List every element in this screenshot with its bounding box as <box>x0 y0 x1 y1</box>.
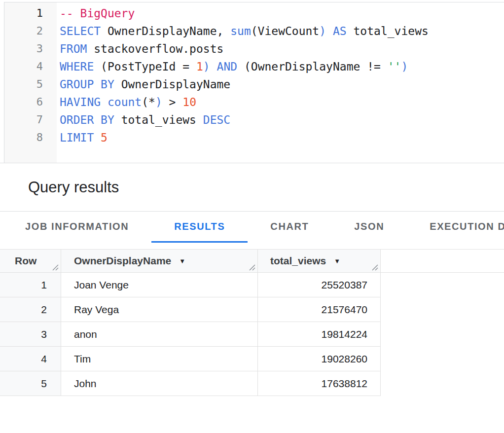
column-header-filler <box>381 250 504 273</box>
code-token-kw: SELECT <box>60 25 101 37</box>
line-number: 4 <box>4 58 57 75</box>
owner-display-name-cell: Ray Vega <box>61 297 258 322</box>
total-views-cell: 25520387 <box>258 273 381 297</box>
code-line[interactable]: GROUP BY OwnerDisplayName <box>60 75 429 93</box>
column-menu-icon[interactable]: ▼ <box>179 257 185 265</box>
column-header-total_views: total_views▼ <box>258 250 381 273</box>
line-number-gutter: 12345678 <box>4 2 57 163</box>
line-number: 5 <box>4 75 57 93</box>
code-token-kw: HAVING <box>60 96 101 108</box>
code-token-str: '' <box>388 60 401 73</box>
row-number-cell: 1 <box>0 273 61 297</box>
total-views-cell: 19814224 <box>258 322 381 347</box>
code-area[interactable]: -- BigQuerySELECT OwnerDisplayName, sum(… <box>57 2 429 163</box>
line-number: 7 <box>4 111 57 129</box>
column-header-label: Row <box>15 255 36 267</box>
code-token-num: 10 <box>182 96 196 108</box>
code-token-plain: > <box>162 96 183 108</box>
column-header-row: Row <box>0 250 61 273</box>
code-token-num: 1 <box>196 60 203 73</box>
code-token-comment: -- BigQuery <box>60 7 135 20</box>
code-token-num: 5 <box>101 131 108 144</box>
line-number: 1 <box>4 4 57 22</box>
query-results-title: Query results <box>28 179 119 196</box>
code-token-plain: (OwnerDisplayName != <box>237 60 388 73</box>
code-token-kw: ) <box>203 60 210 73</box>
code-line[interactable]: SELECT OwnerDisplayName, sum(ViewCount) … <box>60 22 429 40</box>
code-token-plain: stackoverflow.posts <box>87 42 223 55</box>
tab-job-information[interactable]: JOB INFORMATION <box>2 212 151 243</box>
code-line[interactable]: HAVING count(*) > 10 <box>60 93 429 111</box>
row-number-cell: 3 <box>0 322 61 347</box>
code-token-plain: (PostTypeId = <box>94 60 196 73</box>
code-token-kw: WHERE <box>60 60 94 73</box>
tab-results[interactable]: RESULTS <box>151 212 248 243</box>
code-token-kw: ) <box>319 25 326 37</box>
total-views-cell: 21576470 <box>258 297 381 322</box>
tab-json[interactable]: JSON <box>331 212 407 243</box>
code-token-kw: FROM <box>60 42 87 55</box>
code-line[interactable]: FROM stackoverflow.posts <box>60 40 429 58</box>
total-views-cell: 19028260 <box>258 347 381 371</box>
column-header-label: total_views <box>270 255 326 267</box>
tab-chart[interactable]: CHART <box>248 212 331 243</box>
filler-cell <box>381 347 504 371</box>
code-line[interactable]: -- BigQuery <box>60 4 429 22</box>
code-line[interactable]: LIMIT 5 <box>60 129 429 146</box>
code-token-plain <box>326 25 333 37</box>
results-tab-bar: JOB INFORMATIONRESULTSCHARTJSONEXECUTION… <box>0 212 504 243</box>
code-token-kw: sum <box>230 25 251 37</box>
column-header-label: OwnerDisplayName <box>74 255 171 267</box>
code-line[interactable]: WHERE (PostTypeId = 1) AND (OwnerDisplay… <box>60 58 429 75</box>
query-results-header: Query results <box>0 163 504 211</box>
code-token-plain: (* <box>142 96 155 108</box>
column-resize-handle-icon[interactable] <box>52 264 59 271</box>
line-number: 3 <box>4 40 57 58</box>
code-token-plain: (ViewCount <box>251 25 319 37</box>
owner-display-name-cell: John <box>61 371 258 396</box>
row-number-cell: 4 <box>0 347 61 371</box>
results-table: RowOwnerDisplayName▼total_views▼1Joan Ve… <box>0 249 504 396</box>
owner-display-name-cell: anon <box>61 322 258 347</box>
code-token-kw: ORDER BY <box>60 113 114 126</box>
column-menu-icon[interactable]: ▼ <box>334 257 340 265</box>
row-number-cell: 2 <box>0 297 61 322</box>
code-token-kw: LIMIT <box>60 131 94 144</box>
code-token-plain: OwnerDisplayName, <box>101 25 230 37</box>
line-number: 6 <box>4 93 57 111</box>
code-token-plain <box>101 96 108 108</box>
code-token-plain <box>210 60 217 73</box>
column-resize-handle-icon[interactable] <box>372 264 378 271</box>
line-number: 8 <box>4 129 57 146</box>
code-token-kw: DESC <box>203 113 230 126</box>
tab-execution-details[interactable]: EXECUTION DETAILS <box>407 212 504 243</box>
line-number: 2 <box>4 22 57 40</box>
code-token-kw: AND <box>217 60 238 73</box>
owner-display-name-cell: Tim <box>61 347 258 371</box>
row-number-cell: 5 <box>0 371 61 396</box>
code-token-plain <box>94 131 101 144</box>
code-token-kw: ) <box>155 96 162 108</box>
code-token-kw: AS <box>333 25 347 37</box>
code-token-plain: OwnerDisplayName <box>114 78 230 91</box>
total-views-cell: 17638812 <box>258 371 381 396</box>
filler-cell <box>381 371 504 396</box>
code-token-kw: ) <box>401 60 408 73</box>
code-line[interactable]: ORDER BY total_views DESC <box>60 111 429 129</box>
owner-display-name-cell: Joan Venge <box>61 273 258 297</box>
filler-cell <box>381 273 504 297</box>
filler-cell <box>381 322 504 347</box>
code-token-plain: total_views <box>114 113 203 126</box>
code-token-kw: GROUP BY <box>60 78 114 91</box>
code-token-kw: count <box>108 96 142 108</box>
code-token-plain: total_views <box>347 25 429 37</box>
filler-cell <box>381 297 504 322</box>
column-resize-handle-icon[interactable] <box>249 264 255 271</box>
column-header-ownerdisplayname: OwnerDisplayName▼ <box>61 250 258 273</box>
sql-editor[interactable]: 12345678 -- BigQuerySELECT OwnerDisplayN… <box>4 2 504 163</box>
